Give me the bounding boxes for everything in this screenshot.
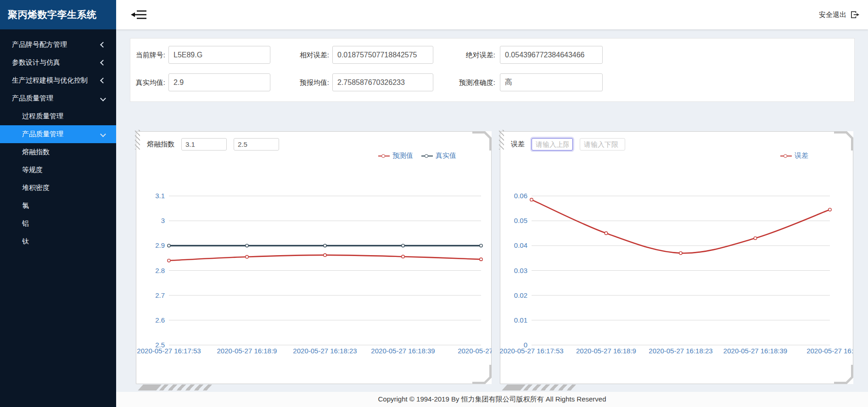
data-point-marker — [246, 244, 248, 247]
true-mean-input[interactable] — [168, 73, 270, 91]
sidebar-item-label: 钛 — [22, 237, 29, 246]
field-label: 真实均值: — [132, 73, 165, 91]
copyright-text: Copyright © 1994-2019 By 恒力集团有限公司版权所有 Al… — [378, 395, 606, 404]
data-point-marker — [324, 254, 326, 256]
sidebar-item[interactable]: 过程质量管理 — [0, 107, 116, 125]
data-point-marker — [605, 232, 607, 234]
y-axis-tick-label: 0.01 — [514, 316, 527, 324]
chevron-down-icon — [100, 95, 106, 101]
melt-index-chart-panel: 熔融指数 预测值真实值 2.52.62.72.82.933.1 2020-05-… — [136, 131, 492, 384]
x-axis-tick-label: 2020-05-27 16:18:23 — [649, 347, 712, 355]
field-label: 预测准确度: — [447, 73, 495, 91]
sidebar-item-label: 等规度 — [22, 166, 43, 174]
sidebar-item-label: 铝 — [22, 219, 29, 228]
y-axis-tick-label: 2.9 — [155, 241, 165, 249]
corner-stripe-shadow-decoration — [502, 385, 576, 390]
sidebar-item-label: 堆积密度 — [22, 184, 50, 192]
sidebar-item[interactable]: 铝 — [0, 215, 116, 233]
x-axis-tick-label: 2020-05-27 16:18:39 — [371, 347, 435, 355]
y-axis-tick-label: 2.7 — [155, 291, 165, 299]
logout-button[interactable]: 安全退出 — [814, 0, 864, 29]
x-axis-tick-label: 2020-05-27 16: — [458, 347, 492, 355]
sidebar-item[interactable]: 等规度 — [0, 161, 116, 179]
sidebar-item-label: 产品牌号配方管理 — [12, 40, 67, 49]
sidebar-item[interactable]: 熔融指数 — [0, 143, 116, 161]
y-axis-tick-label: 0.06 — [514, 192, 527, 200]
data-point-marker — [324, 244, 326, 247]
sidebar-item[interactable]: 参数设计与仿真 — [0, 54, 116, 72]
app-title: 聚丙烯数字孪生系统 — [8, 8, 97, 21]
x-axis-labels: 2020-05-27 16:17:532020-05-27 16:18:9202… — [500, 346, 853, 356]
field-label: 当前牌号: — [132, 46, 165, 64]
app-title-bar: 聚丙烯数字孪生系统 — [0, 0, 116, 29]
y-axis-tick-label: 2.6 — [155, 316, 165, 324]
y-axis-tick-label: 0.02 — [514, 291, 527, 299]
x-axis-tick-label: 2020-05-27 16:17:53 — [500, 347, 564, 355]
sidebar-item-label: 参数设计与仿真 — [12, 58, 60, 67]
sidebar-item-label: 过程质量管理 — [22, 112, 63, 121]
y-axis-tick-label: 2.8 — [155, 267, 165, 274]
data-point-marker — [480, 258, 482, 261]
logout-icon — [850, 10, 860, 19]
y-axis-tick-label: 0.04 — [514, 241, 527, 249]
corner-stripe-shadow-decoration — [138, 385, 212, 390]
data-point-marker — [829, 208, 831, 211]
y-axis-tick-label: 3.1 — [155, 192, 165, 200]
hamburger-left-arrow-icon — [129, 7, 149, 22]
x-axis-tick-label: 2020-05-27 16:17:53 — [137, 347, 201, 355]
x-axis-labels: 2020-05-27 16:17:532020-05-27 16:18:9202… — [136, 346, 492, 356]
sidebar-item[interactable]: 产品牌号配方管理 — [0, 36, 116, 54]
sidebar-item-label: 产品质量管理 — [12, 94, 53, 103]
data-point-marker — [754, 237, 756, 240]
sidebar-item-label: 氯 — [22, 201, 29, 210]
x-axis-tick-label: 2020-05-27 16:18:23 — [293, 347, 357, 355]
sidebar-item[interactable]: 钛 — [0, 233, 116, 251]
sidebar-item-label: 产品质量管理 — [22, 130, 63, 139]
summary-card: 当前牌号: 相对误差: 绝对误差: 真实均值: 预报均值: 预测准确度: — [130, 38, 855, 102]
footer: Copyright © 1994-2019 By 恒力集团有限公司版权所有 Al… — [116, 392, 868, 407]
data-point-marker — [402, 244, 404, 247]
field-label: 绝对误差: — [447, 46, 495, 64]
predicted-mean-input[interactable] — [332, 73, 433, 91]
x-axis-tick-label: 2020-05-27 16:18:9 — [576, 347, 636, 355]
logout-label: 安全退出 — [819, 11, 846, 19]
sidebar-item[interactable]: 产品质量管理 — [0, 125, 116, 143]
data-point-marker — [402, 255, 404, 258]
chevron-left-icon — [100, 60, 106, 66]
chevron-left-icon — [100, 78, 106, 84]
sidebar-item[interactable]: 堆积密度 — [0, 179, 116, 197]
x-axis-tick-label: 2020-05-27 16:18:39 — [723, 347, 787, 355]
y-axis-tick-label: 0.03 — [514, 267, 527, 274]
error-chart-panel: 误差 误差 00.010.020.030.040.050.06 2020-05-… — [500, 131, 853, 384]
data-point-marker — [246, 256, 248, 258]
prediction-accuracy-input[interactable] — [500, 73, 603, 91]
chevron-left-icon — [100, 42, 106, 48]
data-point-marker — [530, 198, 533, 201]
relative-error-input[interactable] — [332, 46, 433, 64]
x-axis-tick-label: 2020-05-27 16: — [806, 347, 853, 355]
top-bar: 安全退出 — [116, 0, 868, 29]
field-label: 相对误差: — [289, 46, 329, 64]
chevron-down-icon — [100, 131, 106, 137]
data-point-marker — [168, 259, 170, 262]
sidebar-item-label: 熔融指数 — [22, 148, 50, 156]
sidebar-item[interactable]: 生产过程建模与优化控制 — [0, 72, 116, 89]
data-point-marker — [480, 244, 482, 247]
sidebar-item-label: 生产过程建模与优化控制 — [12, 76, 88, 85]
sidebar-toggle-button[interactable] — [129, 7, 149, 22]
sidebar-menu: 产品牌号配方管理参数设计与仿真生产过程建模与优化控制产品质量管理过程质量管理产品… — [0, 29, 116, 251]
series-line-误差 — [532, 200, 830, 253]
x-axis-tick-label: 2020-05-27 16:18:9 — [217, 347, 277, 355]
sidebar-item[interactable]: 产品质量管理 — [0, 89, 116, 107]
sidebar-item[interactable]: 氯 — [0, 197, 116, 215]
y-axis-tick-label: 3 — [161, 217, 165, 224]
current-grade-input[interactable] — [168, 46, 270, 64]
field-label: 预报均值: — [289, 73, 329, 91]
data-point-marker — [679, 251, 682, 254]
y-axis-tick-label: 0.05 — [514, 217, 527, 224]
data-point-marker — [168, 244, 170, 247]
sidebar: 聚丙烯数字孪生系统 产品牌号配方管理参数设计与仿真生产过程建模与优化控制产品质量… — [0, 0, 116, 407]
absolute-error-input[interactable] — [500, 46, 603, 64]
